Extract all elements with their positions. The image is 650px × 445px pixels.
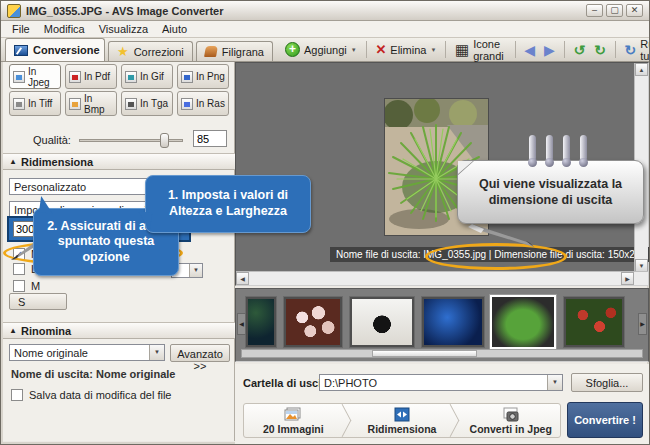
resize-section-header[interactable]: ▴ Ridimensiona: [3, 153, 235, 170]
rotate-all-button[interactable]: ↻ Ruota tutti ▼: [622, 36, 650, 64]
app-icon: [7, 4, 21, 18]
tab-conversione[interactable]: Conversione: [5, 38, 105, 61]
advanced-button[interactable]: Avanzato >>: [170, 344, 230, 362]
checkbox-unchecked-icon[interactable]: [11, 389, 23, 401]
format-button-in-bmp[interactable]: In Bmp: [65, 91, 117, 116]
tab-label: Filigrana: [222, 46, 264, 58]
tab-correzioni[interactable]: ★ Correzioni: [108, 41, 193, 61]
workflow-step-label: Ridimensiona: [368, 423, 437, 435]
tiff-format-icon: [13, 98, 25, 110]
collapse-triangle-icon: ▴: [11, 157, 15, 166]
tga-format-icon: [125, 98, 137, 110]
rotate-all-label: Ruota tutti: [640, 38, 650, 62]
tab-label: Correzioni: [134, 46, 184, 58]
slider-thumb[interactable]: [160, 133, 169, 148]
rotate-left-button[interactable]: ↺: [570, 41, 588, 59]
quality-value-input[interactable]: [193, 130, 227, 147]
save-date-option[interactable]: Salva data di modifica del file: [11, 389, 171, 401]
strip-prev-icon[interactable]: ◀: [237, 313, 246, 335]
thumbnail-6[interactable]: [564, 297, 624, 347]
format-label: In Gif: [140, 71, 164, 82]
format-button-in-tga[interactable]: In Tga: [121, 91, 173, 116]
rename-preset-value: Nome originale: [14, 347, 88, 359]
rename-header-label: Rinomina: [21, 325, 71, 337]
menu-item-visualizza[interactable]: Visualizza: [92, 22, 155, 36]
checkbox-checked-icon[interactable]: ✓: [13, 248, 25, 260]
format-label: In Tga: [140, 98, 168, 109]
chevron-down-icon[interactable]: ▼: [149, 345, 164, 360]
scroll-left-icon[interactable]: ◀: [236, 272, 249, 285]
thumbnail-2[interactable]: [284, 297, 342, 347]
chevron-down-icon[interactable]: ▼: [547, 375, 562, 390]
format-button-in-tiff[interactable]: In Tiff: [9, 91, 61, 116]
format-button-in-png[interactable]: In Png: [177, 64, 229, 89]
thumbnail-4[interactable]: [422, 297, 484, 347]
checkbox-unchecked-icon[interactable]: [13, 280, 25, 292]
strip-scrollbar[interactable]: [241, 349, 643, 358]
image-preview-viewport[interactable]: Nome file di uscita: IMG_0355.jpg | Dime…: [235, 62, 649, 286]
workflow-step-label: Converti in Jpeg: [470, 423, 552, 435]
rotate-left-icon: ↺: [573, 43, 585, 57]
format-button-in-gif[interactable]: In Gif: [121, 64, 173, 89]
format-label: In Bmp: [84, 93, 113, 115]
workflow-step-images: 20 Immagini: [244, 404, 343, 437]
rotate-right-button[interactable]: ↻: [591, 41, 609, 59]
output-name-value: Nome originale: [96, 368, 175, 380]
format-button-in-jpeg[interactable]: In Jpeg: [9, 64, 61, 89]
strip-scroll-thumb[interactable]: [372, 350, 477, 357]
output-file-name: Nome file di uscita: IMG_0355.jpg: [336, 249, 486, 260]
covered-button-label: S: [18, 296, 25, 308]
output-folder-select[interactable]: D:\PHOTO ▼: [319, 374, 563, 391]
close-button[interactable]: ✕: [626, 4, 643, 17]
rename-preset-select[interactable]: Nome originale ▼: [9, 344, 165, 361]
next-image-button[interactable]: ▶: [541, 41, 558, 59]
status-separator: |: [489, 249, 492, 260]
thumbnail-5-selected[interactable]: [490, 295, 556, 349]
chevron-down-icon[interactable]: ▼: [189, 264, 202, 277]
pdf-format-icon: [69, 71, 81, 83]
covered-option-2-label: M: [31, 280, 40, 292]
rename-section-header[interactable]: ▴ Rinomina: [3, 322, 235, 339]
covered-option-2[interactable]: M: [13, 280, 40, 292]
save-date-label: Salva data di modifica del file: [29, 389, 171, 401]
format-button-in-pdf[interactable]: In Pdf: [65, 64, 117, 89]
delete-button[interactable]: ✕ Elimina ▼: [372, 40, 439, 59]
toolbar-separator: [615, 41, 616, 58]
jpeg-format-icon: [13, 71, 25, 83]
browse-button[interactable]: Sfoglia...: [571, 373, 643, 392]
menu-item-modifica[interactable]: Modifica: [37, 22, 92, 36]
maximize-button[interactable]: ▢: [606, 4, 623, 17]
thumbnail-3[interactable]: [350, 297, 414, 347]
scroll-right-icon[interactable]: ▶: [621, 272, 634, 285]
strip-next-icon[interactable]: ▶: [638, 313, 647, 335]
menu-item-aiuto[interactable]: Aiuto: [155, 22, 194, 36]
previous-image-button[interactable]: ◀: [521, 41, 538, 59]
large-icons-button[interactable]: ▦ Icone grandi: [452, 36, 509, 64]
format-button-in-ras[interactable]: In Ras: [177, 91, 229, 116]
chevron-down-icon: ▼: [351, 47, 357, 53]
title-bar[interactable]: IMG_0355.JPG - AVS Image Converter – ▢ ✕: [1, 1, 649, 21]
thumbnail-1[interactable]: [246, 297, 276, 347]
advanced-button-label: Avanzato >>: [177, 348, 223, 372]
delete-icon: ✕: [375, 42, 386, 57]
covered-button[interactable]: S: [9, 293, 67, 310]
chevron-down-icon: ▼: [430, 47, 436, 53]
app-window: IMG_0355.JPG - AVS Image Converter – ▢ ✕…: [0, 0, 650, 445]
menu-item-file[interactable]: File: [5, 22, 37, 36]
minimize-button[interactable]: –: [586, 4, 603, 17]
add-button[interactable]: + Aggiungi ▼: [282, 40, 360, 59]
quality-slider[interactable]: [79, 139, 183, 142]
format-label: In Pdf: [84, 71, 110, 82]
output-status-bar: Nome file di uscita: IMG_0355.jpg | Dime…: [330, 247, 650, 262]
checkbox-unchecked-icon[interactable]: [13, 263, 25, 275]
workflow-step-resize: Ridimensiona: [353, 404, 452, 437]
preview-horizontal-scrollbar[interactable]: ◀ ▶: [236, 271, 648, 285]
convert-button[interactable]: Convertire !: [567, 402, 643, 438]
scroll-up-icon[interactable]: ▲: [635, 63, 648, 76]
toolbar-separator: [564, 41, 565, 58]
browse-button-label: Sfoglia...: [586, 377, 629, 389]
pin-icon: [580, 135, 587, 161]
large-icons-label: Icone grandi: [473, 38, 505, 62]
output-name-label: Nome di uscita:: [11, 368, 93, 380]
tab-filigrana[interactable]: Filigrana: [196, 41, 273, 61]
